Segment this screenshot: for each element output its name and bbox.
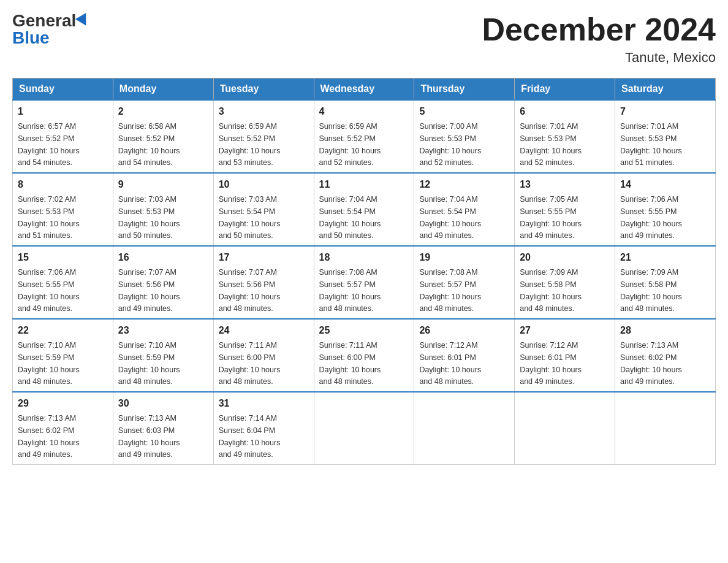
calendar-cell: 29 Sunrise: 7:13 AMSunset: 6:02 PMDaylig… <box>13 392 113 465</box>
calendar-cell <box>515 392 615 465</box>
day-info: Sunrise: 7:11 AMSunset: 6:00 PMDaylight:… <box>319 341 381 386</box>
day-number: 23 <box>118 323 208 338</box>
calendar-cell: 27 Sunrise: 7:12 AMSunset: 6:01 PMDaylig… <box>515 319 615 392</box>
day-info: Sunrise: 7:04 AMSunset: 5:54 PMDaylight:… <box>419 195 481 240</box>
calendar-cell: 12 Sunrise: 7:04 AMSunset: 5:54 PMDaylig… <box>414 173 515 246</box>
calendar-cell: 28 Sunrise: 7:13 AMSunset: 6:02 PMDaylig… <box>615 319 716 392</box>
logo-general-text: General <box>12 12 76 29</box>
day-info: Sunrise: 6:59 AMSunset: 5:52 PMDaylight:… <box>319 122 381 167</box>
day-number: 30 <box>118 396 208 411</box>
day-number: 18 <box>319 250 409 265</box>
day-number: 20 <box>520 250 610 265</box>
day-info: Sunrise: 7:02 AMSunset: 5:53 PMDaylight:… <box>18 195 80 240</box>
calendar-cell: 30 Sunrise: 7:13 AMSunset: 6:03 PMDaylig… <box>113 392 213 465</box>
day-number: 29 <box>18 396 108 411</box>
calendar-cell: 5 Sunrise: 7:00 AMSunset: 5:53 PMDayligh… <box>414 100 515 173</box>
calendar-cell: 10 Sunrise: 7:03 AMSunset: 5:54 PMDaylig… <box>213 173 314 246</box>
day-info: Sunrise: 7:09 AMSunset: 5:58 PMDaylight:… <box>520 268 582 313</box>
calendar-cell <box>314 392 414 465</box>
day-number: 28 <box>620 323 710 338</box>
day-number: 15 <box>18 250 108 265</box>
day-info: Sunrise: 6:58 AMSunset: 5:52 PMDaylight:… <box>118 122 180 167</box>
day-info: Sunrise: 7:11 AMSunset: 6:00 PMDaylight:… <box>219 341 281 386</box>
calendar-cell: 2 Sunrise: 6:58 AMSunset: 5:52 PMDayligh… <box>113 100 213 173</box>
day-number: 1 <box>18 104 108 119</box>
header-wednesday: Wednesday <box>314 79 414 101</box>
day-info: Sunrise: 7:10 AMSunset: 5:59 PMDaylight:… <box>18 341 80 386</box>
day-info: Sunrise: 7:03 AMSunset: 5:53 PMDaylight:… <box>118 195 180 240</box>
day-info: Sunrise: 7:10 AMSunset: 5:59 PMDaylight:… <box>118 341 180 386</box>
calendar-cell: 7 Sunrise: 7:01 AMSunset: 5:53 PMDayligh… <box>615 100 716 173</box>
header-thursday: Thursday <box>414 79 515 101</box>
week-row-2: 8 Sunrise: 7:02 AMSunset: 5:53 PMDayligh… <box>13 173 716 246</box>
calendar-cell: 16 Sunrise: 7:07 AMSunset: 5:56 PMDaylig… <box>113 246 213 319</box>
calendar-cell: 6 Sunrise: 7:01 AMSunset: 5:53 PMDayligh… <box>515 100 615 173</box>
calendar-cell: 1 Sunrise: 6:57 AMSunset: 5:52 PMDayligh… <box>13 100 113 173</box>
logo-line: General <box>12 12 89 29</box>
calendar-cell: 19 Sunrise: 7:08 AMSunset: 5:57 PMDaylig… <box>414 246 515 319</box>
logo: General Blue <box>12 12 89 47</box>
day-number: 14 <box>620 177 710 192</box>
location-text: Tanute, Mexico <box>482 50 716 66</box>
day-info: Sunrise: 6:57 AMSunset: 5:52 PMDaylight:… <box>18 122 80 167</box>
day-number: 12 <box>419 177 509 192</box>
calendar-cell: 24 Sunrise: 7:11 AMSunset: 6:00 PMDaylig… <box>213 319 314 392</box>
day-info: Sunrise: 7:06 AMSunset: 5:55 PMDaylight:… <box>620 195 682 240</box>
calendar-cell: 31 Sunrise: 7:14 AMSunset: 6:04 PMDaylig… <box>213 392 314 465</box>
day-info: Sunrise: 7:01 AMSunset: 5:53 PMDaylight:… <box>620 122 682 167</box>
day-number: 25 <box>319 323 409 338</box>
weekday-header-row: Sunday Monday Tuesday Wednesday Thursday… <box>13 79 716 101</box>
week-row-3: 15 Sunrise: 7:06 AMSunset: 5:55 PMDaylig… <box>13 246 716 319</box>
day-info: Sunrise: 7:07 AMSunset: 5:56 PMDaylight:… <box>219 268 281 313</box>
day-number: 6 <box>520 104 610 119</box>
calendar-cell <box>615 392 716 465</box>
day-info: Sunrise: 7:03 AMSunset: 5:54 PMDaylight:… <box>219 195 281 240</box>
day-number: 21 <box>620 250 710 265</box>
week-row-1: 1 Sunrise: 6:57 AMSunset: 5:52 PMDayligh… <box>13 100 716 173</box>
calendar-table: Sunday Monday Tuesday Wednesday Thursday… <box>12 78 716 465</box>
logo-triangle-icon <box>75 13 91 29</box>
day-number: 31 <box>219 396 309 411</box>
day-info: Sunrise: 7:12 AMSunset: 6:01 PMDaylight:… <box>419 341 481 386</box>
calendar-cell: 25 Sunrise: 7:11 AMSunset: 6:00 PMDaylig… <box>314 319 414 392</box>
calendar-cell: 14 Sunrise: 7:06 AMSunset: 5:55 PMDaylig… <box>615 173 716 246</box>
calendar-cell: 3 Sunrise: 6:59 AMSunset: 5:52 PMDayligh… <box>213 100 314 173</box>
day-number: 19 <box>419 250 509 265</box>
calendar-cell: 8 Sunrise: 7:02 AMSunset: 5:53 PMDayligh… <box>13 173 113 246</box>
calendar-cell: 23 Sunrise: 7:10 AMSunset: 5:59 PMDaylig… <box>113 319 213 392</box>
calendar-cell: 11 Sunrise: 7:04 AMSunset: 5:54 PMDaylig… <box>314 173 414 246</box>
calendar-cell <box>414 392 515 465</box>
header-saturday: Saturday <box>615 79 716 101</box>
calendar-cell: 18 Sunrise: 7:08 AMSunset: 5:57 PMDaylig… <box>314 246 414 319</box>
header-friday: Friday <box>515 79 615 101</box>
calendar-cell: 13 Sunrise: 7:05 AMSunset: 5:55 PMDaylig… <box>515 173 615 246</box>
day-info: Sunrise: 7:13 AMSunset: 6:02 PMDaylight:… <box>18 414 80 459</box>
day-info: Sunrise: 7:05 AMSunset: 5:55 PMDaylight:… <box>520 195 582 240</box>
day-info: Sunrise: 7:08 AMSunset: 5:57 PMDaylight:… <box>319 268 381 313</box>
day-number: 26 <box>419 323 509 338</box>
day-info: Sunrise: 7:00 AMSunset: 5:53 PMDaylight:… <box>419 122 481 167</box>
header-sunday: Sunday <box>13 79 113 101</box>
day-info: Sunrise: 7:09 AMSunset: 5:58 PMDaylight:… <box>620 268 682 313</box>
calendar-cell: 21 Sunrise: 7:09 AMSunset: 5:58 PMDaylig… <box>615 246 716 319</box>
header-monday: Monday <box>113 79 213 101</box>
day-number: 22 <box>18 323 108 338</box>
day-number: 5 <box>419 104 509 119</box>
day-number: 10 <box>219 177 309 192</box>
day-info: Sunrise: 7:14 AMSunset: 6:04 PMDaylight:… <box>219 414 281 459</box>
calendar-cell: 26 Sunrise: 7:12 AMSunset: 6:01 PMDaylig… <box>414 319 515 392</box>
day-number: 16 <box>118 250 208 265</box>
day-number: 3 <box>219 104 309 119</box>
calendar-cell: 17 Sunrise: 7:07 AMSunset: 5:56 PMDaylig… <box>213 246 314 319</box>
calendar-cell: 9 Sunrise: 7:03 AMSunset: 5:53 PMDayligh… <box>113 173 213 246</box>
day-number: 8 <box>18 177 108 192</box>
calendar-cell: 20 Sunrise: 7:09 AMSunset: 5:58 PMDaylig… <box>515 246 615 319</box>
day-number: 17 <box>219 250 309 265</box>
day-info: Sunrise: 6:59 AMSunset: 5:52 PMDaylight:… <box>219 122 281 167</box>
page-header: General Blue December 2024 Tanute, Mexic… <box>12 12 716 66</box>
day-number: 9 <box>118 177 208 192</box>
day-info: Sunrise: 7:04 AMSunset: 5:54 PMDaylight:… <box>319 195 381 240</box>
calendar-cell: 22 Sunrise: 7:10 AMSunset: 5:59 PMDaylig… <box>13 319 113 392</box>
day-number: 13 <box>520 177 610 192</box>
calendar-cell: 4 Sunrise: 6:59 AMSunset: 5:52 PMDayligh… <box>314 100 414 173</box>
